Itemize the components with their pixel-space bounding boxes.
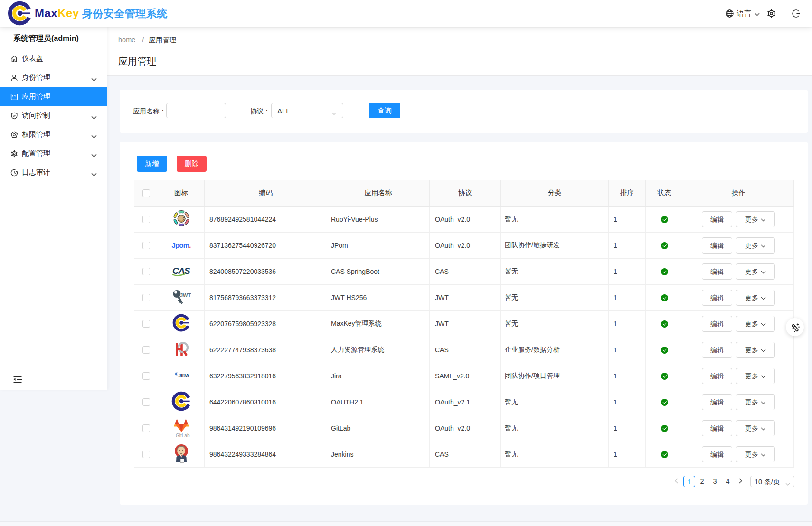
svg-text:CAS: CAS [172, 266, 190, 276]
svg-text:GitLab: GitLab [176, 433, 190, 438]
svg-text:JWT: JWT [180, 292, 191, 298]
svg-text:JIRA: JIRA [178, 373, 189, 378]
